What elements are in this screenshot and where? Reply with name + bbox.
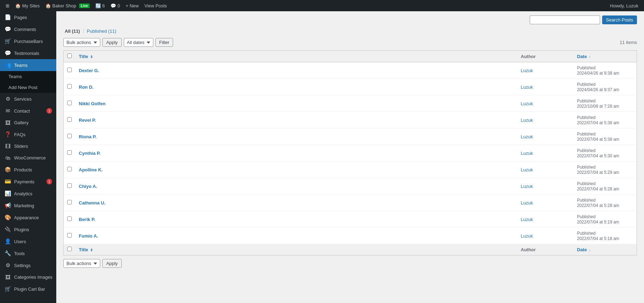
post-title-link[interactable]: Cynthia P. [79, 151, 101, 156]
sidebar-submenu-item-teams[interactable]: Teams [0, 71, 56, 82]
author-link[interactable]: Luzuk [521, 118, 533, 123]
post-title-link[interactable]: Nikki Golfen [79, 101, 106, 106]
adminbar-site[interactable]: 🏠 Baker Shop Live [43, 0, 93, 11]
adminbar-view-posts[interactable]: View Posts [141, 0, 170, 11]
sidebar-item-teams[interactable]: 👥 Teams [0, 59, 56, 71]
sidebar-item-woocommerce[interactable]: 🛍 WooCommerce [0, 152, 56, 164]
products-icon: 📦 [4, 166, 11, 173]
sidebar-item-services[interactable]: ⚙ Services [0, 93, 56, 105]
row-checkbox[interactable] [67, 200, 72, 204]
post-title-link[interactable]: Fumio A. [79, 233, 98, 239]
row-checkbox[interactable] [67, 167, 72, 171]
table-footer-row: Title ⇕ Author Date ↓ [64, 244, 637, 255]
adminbar-howdy[interactable]: Howdy, Luzuk [607, 0, 641, 11]
sliders-icon: 🎞 [4, 143, 11, 149]
author-link[interactable]: Luzuk [521, 233, 533, 239]
row-checkbox[interactable] [67, 117, 72, 122]
apply-button-bottom[interactable]: Apply [102, 259, 122, 268]
sidebar-item-plugin-cart-bar[interactable]: 🛒 Plugin Cart Bar [0, 283, 56, 295]
sidebar-submenu-teams: Teams Add New Post [0, 71, 56, 93]
post-title-link[interactable]: Berik P. [79, 217, 95, 222]
sidebar-item-purchasebars[interactable]: 🛒 PurchaseBars [0, 35, 56, 47]
th-title[interactable]: Title ⇕ [75, 51, 517, 62]
adminbar-wp-logo[interactable]: ⊞ [3, 0, 12, 11]
row-checkbox[interactable] [67, 150, 72, 155]
filter-button[interactable]: Filter [155, 38, 173, 47]
author-link[interactable]: Luzuk [521, 84, 533, 90]
author-link[interactable]: Luzuk [521, 184, 533, 189]
adminbar-updates[interactable]: 🔄 6 [93, 0, 108, 11]
filter-published[interactable]: Published (11) [85, 28, 118, 34]
bulk-actions-select[interactable]: Bulk actions [63, 38, 100, 47]
sidebar-item-analytics[interactable]: 📊 Analytics [0, 188, 56, 200]
post-title-link[interactable]: Dexter G. [79, 68, 99, 73]
new-label: + New [126, 3, 139, 8]
th-date[interactable]: Date ↑ [574, 51, 637, 62]
date-status: Published [577, 99, 596, 103]
tf-date[interactable]: Date ↓ [574, 244, 637, 255]
author-link[interactable]: Luzuk [521, 68, 533, 73]
row-checkbox[interactable] [67, 216, 72, 221]
filter-all[interactable]: All (11) [63, 28, 81, 34]
sidebar-item-products[interactable]: 📦 Products [0, 164, 56, 176]
date-select[interactable]: All dates [124, 38, 153, 47]
row-checkbox[interactable] [67, 84, 72, 89]
author-link[interactable]: Luzuk [521, 134, 533, 139]
sidebar-item-users[interactable]: 👤 Users [0, 235, 56, 247]
bulk-actions-select-bottom[interactable]: Bulk actions [63, 259, 100, 268]
sidebar-submenu-item-add-new-post[interactable]: Add New Post [0, 82, 56, 93]
sidebar-item-comments[interactable]: 💬 Comments [0, 23, 56, 35]
settings-icon: ⚙ [4, 262, 11, 269]
marketing-icon: 📢 [4, 202, 11, 209]
sidebar-item-settings[interactable]: ⚙ Settings [0, 259, 56, 271]
sidebar-item-plugins[interactable]: 🔌 Plugins [0, 223, 56, 235]
author-link[interactable]: Luzuk [521, 217, 533, 222]
post-title-link[interactable]: Revel P. [79, 118, 96, 123]
categories-images-icon: 🖼 [4, 274, 11, 280]
row-checkbox[interactable] [67, 183, 72, 188]
sidebar-item-categories-images[interactable]: 🖼 Categories Images [0, 271, 56, 283]
sidebar-item-contact[interactable]: ✉ Contact 1 [0, 105, 56, 117]
author-link[interactable]: Luzuk [521, 167, 533, 172]
select-all-footer-checkbox[interactable] [67, 247, 72, 251]
row-checkbox[interactable] [67, 101, 72, 105]
sidebar-item-tools[interactable]: 🔧 Tools [0, 247, 56, 259]
published-label: Published [87, 29, 107, 34]
row-checkbox[interactable] [67, 68, 72, 72]
sidebar-item-label: Testimonials [14, 51, 39, 56]
sidebar-item-faqs[interactable]: ❓ FAQs [0, 128, 56, 140]
post-title-link[interactable]: Chiyo A. [79, 184, 97, 189]
sidebar-item-label: Users [14, 239, 26, 244]
sidebar-item-marketing[interactable]: 📢 Marketing [0, 200, 56, 212]
author-link[interactable]: Luzuk [521, 151, 533, 156]
row-checkbox[interactable] [67, 233, 72, 238]
search-input[interactable] [530, 15, 600, 24]
sidebar-item-gallery[interactable]: 🖼 Gallery [0, 117, 56, 128]
post-title-link[interactable]: Ron D. [79, 84, 94, 90]
row-checkbox[interactable] [67, 134, 72, 138]
sidebar-item-payments[interactable]: 💳 Payments 1 [0, 176, 56, 188]
tf-title[interactable]: Title ⇕ [75, 244, 517, 255]
post-title-link[interactable]: Cathenna U. [79, 200, 106, 206]
date-value: 2022/07/04 at 5:38 am [577, 137, 619, 142]
sidebar: 📄 Pages 💬 Comments 🛒 PurchaseBars 💬 Test… [0, 11, 56, 303]
adminbar-comments[interactable]: 💬 0 [108, 0, 123, 11]
apply-button[interactable]: Apply [102, 38, 122, 47]
sidebar-item-testimonials[interactable]: 💬 Testimonials [0, 47, 56, 59]
table-body: Dexter G. Luzuk Published 2024/04/26 at … [64, 62, 637, 244]
sidebar-item-pages[interactable]: 📄 Pages [0, 11, 56, 23]
search-posts-button[interactable]: Search Posts [602, 15, 637, 24]
all-count: 11 [74, 29, 78, 34]
adminbar-new[interactable]: + New [123, 0, 141, 11]
adminbar-my-sites[interactable]: 🏠 My Sites [12, 0, 43, 11]
sidebar-item-sliders[interactable]: 🎞 Sliders [0, 140, 56, 152]
gallery-icon: 🖼 [4, 120, 11, 126]
sidebar-item-appearance[interactable]: 🎨 Appearance [0, 212, 56, 223]
select-all-checkbox[interactable] [67, 53, 72, 58]
post-title-link[interactable]: Apolline K. [79, 167, 103, 172]
sidebar-item-label: Services [14, 96, 32, 102]
author-link[interactable]: Luzuk [521, 101, 533, 106]
payments-badge: 1 [46, 179, 52, 184]
author-link[interactable]: Luzuk [521, 200, 533, 206]
post-title-link[interactable]: Riona P. [79, 134, 96, 139]
